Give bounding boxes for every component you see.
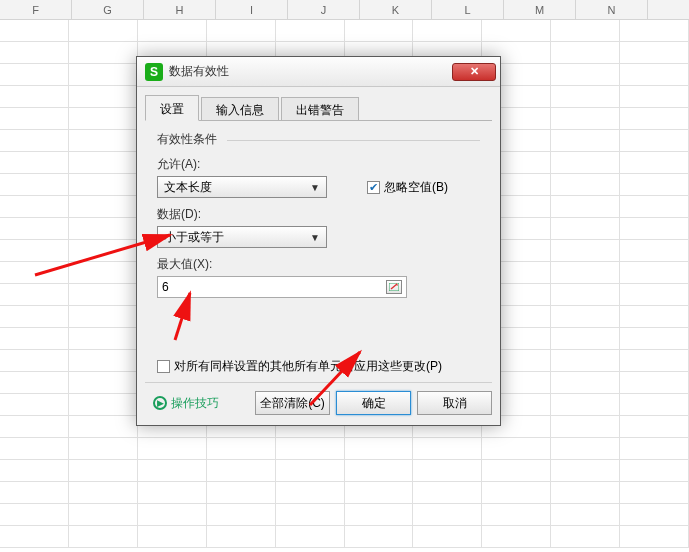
cell[interactable] xyxy=(69,240,138,262)
cell[interactable] xyxy=(138,504,207,526)
cell[interactable] xyxy=(276,20,345,42)
cell[interactable] xyxy=(413,460,482,482)
column-header[interactable]: L xyxy=(432,0,504,19)
cell[interactable] xyxy=(482,460,551,482)
cell[interactable] xyxy=(69,196,138,218)
cell[interactable] xyxy=(0,130,69,152)
cell[interactable] xyxy=(69,504,138,526)
cell[interactable] xyxy=(620,328,689,350)
cell[interactable] xyxy=(551,328,620,350)
cell[interactable] xyxy=(69,262,138,284)
cell[interactable] xyxy=(0,526,69,548)
column-header[interactable]: N xyxy=(576,0,648,19)
cell[interactable] xyxy=(0,218,69,240)
cell[interactable] xyxy=(69,372,138,394)
cell[interactable] xyxy=(0,482,69,504)
cell[interactable] xyxy=(0,108,69,130)
cell[interactable] xyxy=(69,64,138,86)
cell[interactable] xyxy=(551,306,620,328)
cell[interactable] xyxy=(207,504,276,526)
cell[interactable] xyxy=(413,504,482,526)
cell[interactable] xyxy=(551,482,620,504)
cell[interactable] xyxy=(0,350,69,372)
cell[interactable] xyxy=(620,64,689,86)
ok-button[interactable]: 确定 xyxy=(336,391,411,415)
column-header[interactable]: M xyxy=(504,0,576,19)
cell[interactable] xyxy=(551,372,620,394)
cell[interactable] xyxy=(620,372,689,394)
cell[interactable] xyxy=(276,526,345,548)
cell[interactable] xyxy=(620,42,689,64)
cell[interactable] xyxy=(482,20,551,42)
cell[interactable] xyxy=(551,42,620,64)
cell[interactable] xyxy=(620,504,689,526)
cell[interactable] xyxy=(138,526,207,548)
data-dropdown[interactable]: 小于或等于 ▼ xyxy=(157,226,327,248)
cell[interactable] xyxy=(620,394,689,416)
cell[interactable] xyxy=(69,416,138,438)
cell[interactable] xyxy=(69,526,138,548)
cell[interactable] xyxy=(345,526,414,548)
cell[interactable] xyxy=(551,526,620,548)
cell[interactable] xyxy=(0,86,69,108)
cancel-button[interactable]: 取消 xyxy=(417,391,492,415)
cell[interactable] xyxy=(551,196,620,218)
cell[interactable] xyxy=(69,20,138,42)
cell[interactable] xyxy=(413,438,482,460)
ignore-blank-row[interactable]: ✔ 忽略空值(B) xyxy=(367,179,448,196)
cell[interactable] xyxy=(620,130,689,152)
cell[interactable] xyxy=(620,416,689,438)
cell[interactable] xyxy=(620,240,689,262)
cell[interactable] xyxy=(413,482,482,504)
cell[interactable] xyxy=(345,482,414,504)
apply-changes-checkbox[interactable]: ✔ xyxy=(157,360,170,373)
cell[interactable] xyxy=(620,482,689,504)
cell[interactable] xyxy=(69,152,138,174)
cell[interactable] xyxy=(276,482,345,504)
cell[interactable] xyxy=(551,416,620,438)
cell[interactable] xyxy=(620,460,689,482)
clear-all-button[interactable]: 全部清除(C) xyxy=(255,391,330,415)
cell[interactable] xyxy=(551,504,620,526)
cell[interactable] xyxy=(551,152,620,174)
cell[interactable] xyxy=(0,262,69,284)
column-header[interactable]: K xyxy=(360,0,432,19)
cell[interactable] xyxy=(551,394,620,416)
cell[interactable] xyxy=(620,218,689,240)
column-header[interactable]: F xyxy=(0,0,72,19)
cell[interactable] xyxy=(276,504,345,526)
cell[interactable] xyxy=(207,482,276,504)
cell[interactable] xyxy=(620,262,689,284)
cell[interactable] xyxy=(620,284,689,306)
cell[interactable] xyxy=(551,438,620,460)
cell[interactable] xyxy=(0,504,69,526)
cell[interactable] xyxy=(620,350,689,372)
cell[interactable] xyxy=(482,504,551,526)
cell[interactable] xyxy=(69,394,138,416)
cell[interactable] xyxy=(69,284,138,306)
cell[interactable] xyxy=(0,240,69,262)
cell[interactable] xyxy=(138,482,207,504)
cell[interactable] xyxy=(551,350,620,372)
cell[interactable] xyxy=(620,152,689,174)
cell[interactable] xyxy=(413,20,482,42)
cell[interactable] xyxy=(0,438,69,460)
tips-link[interactable]: ▶ 操作技巧 xyxy=(145,395,219,412)
cell[interactable] xyxy=(207,460,276,482)
cell[interactable] xyxy=(69,438,138,460)
cell[interactable] xyxy=(0,64,69,86)
cell[interactable] xyxy=(69,482,138,504)
cell[interactable] xyxy=(620,306,689,328)
cell[interactable] xyxy=(620,86,689,108)
column-header[interactable]: H xyxy=(144,0,216,19)
cell[interactable] xyxy=(0,306,69,328)
cell[interactable] xyxy=(0,460,69,482)
tab-settings[interactable]: 设置 xyxy=(145,95,199,121)
cell[interactable] xyxy=(551,20,620,42)
apply-changes-row[interactable]: ✔ 对所有同样设置的其他所有单元格应用这些更改(P) xyxy=(157,358,442,375)
collapse-dialog-button[interactable] xyxy=(386,280,402,294)
cell[interactable] xyxy=(0,196,69,218)
cell[interactable] xyxy=(0,174,69,196)
cell[interactable] xyxy=(345,438,414,460)
cell[interactable] xyxy=(551,218,620,240)
